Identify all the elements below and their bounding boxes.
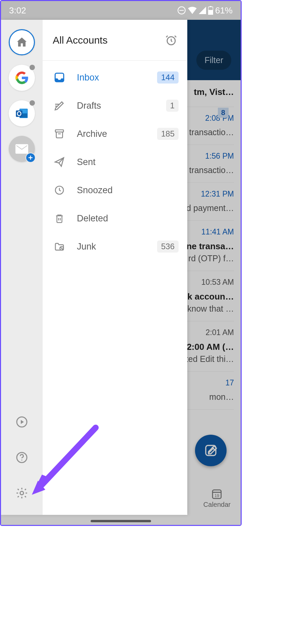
folder-drafts[interactable]: Drafts1 [43, 92, 187, 120]
home-icon [15, 36, 28, 49]
folder-label: Inbox [77, 72, 146, 83]
archive-icon [53, 128, 66, 139]
folder-label: Sent [77, 157, 179, 167]
folder-label: Drafts [77, 101, 155, 111]
inbox-icon [53, 72, 66, 83]
rail-play-button[interactable] [9, 409, 35, 435]
folder-count: 1 [166, 100, 179, 112]
deleted-icon [53, 213, 66, 224]
panel-header: All Accounts [43, 20, 187, 61]
svg-line-27 [60, 247, 63, 250]
rail-add-account[interactable] [9, 136, 35, 162]
rail-home-button[interactable] [9, 29, 35, 55]
rail-help-button[interactable] [9, 444, 35, 471]
gesture-handle[interactable] [91, 520, 151, 522]
folder-junk[interactable]: Junk536 [43, 232, 187, 261]
notification-dot [30, 100, 35, 106]
folder-inbox[interactable]: Inbox144 [43, 63, 187, 92]
notification-dot [30, 65, 35, 70]
outlook-icon [15, 106, 29, 120]
folder-label: Archive [77, 129, 146, 139]
rail-outlook-account[interactable] [9, 100, 35, 126]
folder-snoozed[interactable]: Snoozed [43, 176, 187, 204]
junk-icon [53, 241, 66, 252]
folder-deleted[interactable]: Deleted [43, 204, 187, 232]
plus-badge-icon [26, 153, 36, 163]
play-circle-icon [16, 416, 28, 428]
mail-icon [15, 144, 28, 154]
gear-icon [15, 487, 28, 499]
folder-count: 144 [157, 71, 179, 84]
cell-signal-icon [199, 7, 206, 14]
folder-panel: All Accounts Inbox144Drafts1Archive185Se… [43, 20, 187, 515]
account-rail [1, 20, 43, 515]
status-time: 3:02 [9, 5, 26, 16]
google-icon [15, 71, 29, 85]
battery-percent: 61% [215, 5, 233, 16]
battery-icon [208, 6, 213, 15]
folder-archive[interactable]: Archive185 [43, 120, 187, 148]
rail-settings-button[interactable] [9, 480, 35, 506]
navigation-drawer: All Accounts Inbox144Drafts1Archive185Se… [1, 20, 187, 515]
do-not-disturb-icon [177, 6, 186, 15]
folder-count: 185 [157, 128, 179, 140]
sent-icon [53, 156, 66, 168]
status-right: 61% [177, 5, 233, 16]
svg-rect-3 [208, 10, 213, 15]
svg-rect-24 [55, 130, 63, 132]
rail-google-account[interactable] [9, 65, 35, 91]
help-icon [16, 451, 28, 464]
svg-point-20 [21, 460, 22, 461]
folder-label: Snoozed [77, 185, 179, 196]
svg-rect-4 [210, 6, 211, 7]
panel-title: All Accounts [53, 35, 107, 46]
drafts-icon [53, 100, 66, 111]
folder-list: Inbox144Drafts1Archive185SentSnoozedDele… [43, 61, 187, 261]
folder-label: Junk [77, 241, 146, 252]
alarm-clock-icon[interactable] [165, 34, 177, 46]
folder-sent[interactable]: Sent [43, 148, 187, 176]
snoozed-icon [53, 185, 66, 196]
folder-label: Deleted [77, 213, 179, 224]
svg-point-21 [20, 491, 23, 495]
folder-count: 536 [157, 240, 179, 253]
status-bar: 3:02 61% [1, 1, 241, 20]
wifi-icon [188, 7, 197, 14]
